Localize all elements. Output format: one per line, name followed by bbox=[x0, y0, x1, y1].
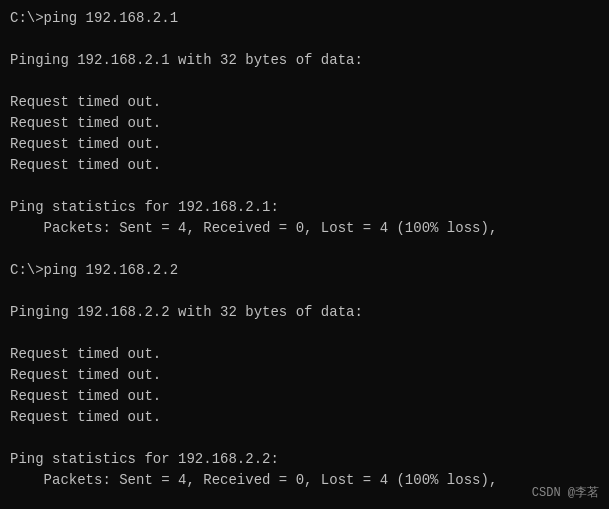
terminal-line-packets2: Packets: Sent = 4, Received = 0, Lost = … bbox=[10, 470, 599, 491]
terminal-line-blank4 bbox=[10, 239, 599, 260]
terminal-line-timeout1d: Request timed out. bbox=[10, 155, 599, 176]
terminal-line-timeout2d: Request timed out. bbox=[10, 407, 599, 428]
terminal-line-timeout1c: Request timed out. bbox=[10, 134, 599, 155]
terminal-line-blank2 bbox=[10, 71, 599, 92]
watermark: CSDN @李茗 bbox=[532, 484, 599, 501]
terminal-line-packets1: Packets: Sent = 4, Received = 0, Lost = … bbox=[10, 218, 599, 239]
terminal-line-cmd2: C:\>ping 192.168.2.2 bbox=[10, 260, 599, 281]
terminal-line-cmd1: C:\>ping 192.168.2.1 bbox=[10, 8, 599, 29]
terminal-line-timeout2b: Request timed out. bbox=[10, 365, 599, 386]
terminal-line-pinging2: Pinging 192.168.2.2 with 32 bytes of dat… bbox=[10, 302, 599, 323]
terminal-line-blank8 bbox=[10, 491, 599, 509]
terminal-line-timeout2c: Request timed out. bbox=[10, 386, 599, 407]
terminal-line-blank7 bbox=[10, 428, 599, 449]
terminal-line-pinging1: Pinging 192.168.2.1 with 32 bytes of dat… bbox=[10, 50, 599, 71]
terminal-line-timeout2a: Request timed out. bbox=[10, 344, 599, 365]
terminal-line-blank3 bbox=[10, 176, 599, 197]
terminal-line-stats2: Ping statistics for 192.168.2.2: bbox=[10, 449, 599, 470]
terminal-line-stats1: Ping statistics for 192.168.2.1: bbox=[10, 197, 599, 218]
terminal-line-blank6 bbox=[10, 323, 599, 344]
terminal-window: C:\>ping 192.168.2.1Pinging 192.168.2.1 … bbox=[0, 0, 609, 509]
terminal-line-timeout1a: Request timed out. bbox=[10, 92, 599, 113]
terminal-line-timeout1b: Request timed out. bbox=[10, 113, 599, 134]
terminal-line-blank5 bbox=[10, 281, 599, 302]
terminal-line-blank1 bbox=[10, 29, 599, 50]
